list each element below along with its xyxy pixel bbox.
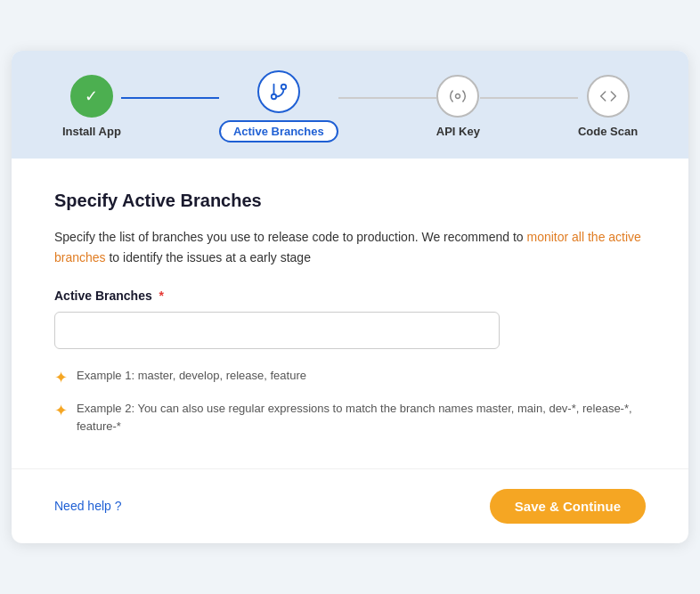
description-text-3: to identify the issues at a early stage — [109, 250, 310, 264]
sparkle-icon-1: ✦ — [54, 368, 68, 387]
section-title: Specify Active Branches — [54, 191, 646, 211]
save-continue-button[interactable]: Save & Continue — [490, 489, 646, 524]
description: Specify the list of branches you use to … — [54, 227, 646, 267]
step-circle-api-key — [436, 75, 479, 118]
example-item-2: ✦ Example 2: You can also use regular ex… — [54, 400, 646, 435]
stepper-header: ✓ Install App Active Branches — [12, 51, 688, 159]
svg-point-3 — [456, 94, 460, 99]
example-text-2: Example 2: You can also use regular expr… — [77, 400, 646, 435]
example-item-1: ✦ Example 1: master, develop, release, f… — [54, 367, 646, 387]
help-link[interactable]: Need help ? — [54, 499, 122, 513]
main-card: ✓ Install App Active Branches — [12, 51, 688, 542]
step-circle-install-app: ✓ — [70, 75, 113, 118]
field-label-active-branches: Active Branches * — [54, 289, 646, 303]
step-circle-code-scan — [587, 75, 630, 118]
step-active-branches: Active Branches — [219, 70, 338, 142]
step-code-scan: Code Scan — [578, 75, 638, 138]
connector-1 — [121, 97, 219, 99]
description-text-1: Specify the list of branches you use to … — [54, 230, 524, 244]
sparkle-icon-2: ✦ — [54, 401, 68, 420]
required-indicator: * — [159, 289, 164, 303]
step-install-app: ✓ Install App — [62, 75, 121, 138]
example-text-1: Example 1: master, develop, release, fea… — [77, 367, 306, 385]
step-circle-active-branches — [257, 70, 300, 113]
step-label-active-branches: Active Branches — [219, 120, 338, 142]
main-content: Specify Active Branches Specify the list… — [12, 159, 688, 468]
step-label-code-scan: Code Scan — [578, 125, 638, 138]
connector-3 — [480, 97, 578, 99]
examples-section: ✦ Example 1: master, develop, release, f… — [54, 367, 646, 435]
connector-2 — [338, 97, 436, 99]
footer: Need help ? Save & Continue — [12, 468, 688, 543]
active-branches-input[interactable] — [54, 312, 500, 349]
step-api-key: API Key — [436, 75, 480, 138]
step-label-install-app: Install App — [62, 125, 121, 138]
step-label-api-key: API Key — [436, 125, 480, 138]
